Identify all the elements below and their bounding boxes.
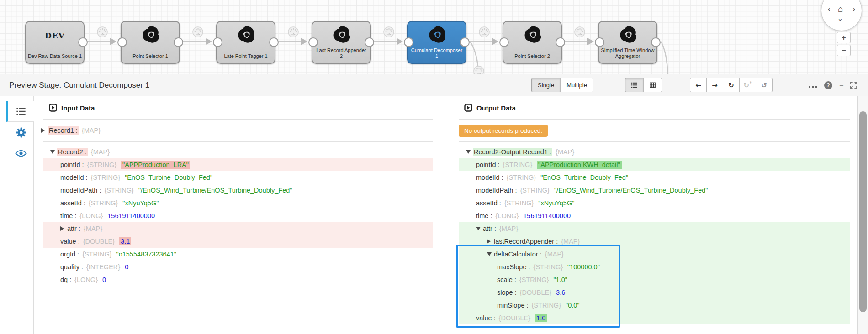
field-row-value[interactable]: value {DOUBLE} 3.1	[43, 235, 433, 248]
refresh-preview-button[interactable]: ↻*	[739, 78, 756, 92]
field-row-quality[interactable]: quality {INTEGER} 0	[43, 261, 433, 273]
collapse-icon[interactable]	[50, 150, 57, 154]
revert-changes-button[interactable]: ↺	[756, 78, 773, 92]
maximize-icon[interactable]	[850, 82, 857, 89]
next-stage-button[interactable]: →	[706, 78, 723, 92]
vertical-scrollbar[interactable]	[857, 96, 868, 334]
field-row-maxslope[interactable]: maxSlope {STRING} "100000.0"	[459, 261, 850, 273]
sidebar-item-records[interactable]	[6, 101, 34, 122]
field-row-deltacalculator[interactable]: deltaCalculator {MAP}	[459, 248, 850, 261]
record-type: {MAP}	[82, 127, 101, 134]
table-view-button[interactable]	[643, 78, 662, 92]
node-type-badge: DEV	[26, 31, 84, 40]
previous-stage-button[interactable]: ←	[690, 78, 707, 92]
expand-icon[interactable]	[487, 239, 494, 244]
field-row-minslope[interactable]: minSlope {STRING} "0.0"	[459, 299, 850, 312]
collapse-icon[interactable]	[476, 227, 483, 230]
list-view-button[interactable]	[625, 78, 644, 92]
field-row-modelidpath[interactable]: modelIdPath {STRING} "/EnOS_Wind_Turbine…	[459, 184, 850, 197]
pipeline-node-last-record-appender-2[interactable]: Last Record Appender 2	[312, 21, 371, 64]
field-row-attr[interactable]: attr {MAP}	[43, 222, 433, 235]
field-name: lastRecordAppender	[494, 238, 558, 245]
field-row-time[interactable]: time {LONG} 1561911400000	[43, 209, 433, 222]
field-row-dq[interactable]: dq {LONG} 0	[43, 273, 433, 286]
stage-swirl-icon	[332, 25, 352, 45]
preview-stage-title: Preview Stage: Cumulant Decomposer 1	[9, 74, 149, 96]
field-row-modelid[interactable]: modelId {STRING} "EnOS_Turbine_Doubly_Fe…	[459, 171, 850, 184]
pipeline-node-point-selector-2[interactable]: Point Selector 2	[503, 21, 562, 64]
sidebar-item-watch[interactable]	[6, 143, 34, 164]
field-row-pointid[interactable]: pointId {STRING} "APPProduction_LRA"	[43, 158, 433, 171]
view-mode-toggle	[625, 78, 662, 92]
table-view-icon	[650, 82, 656, 89]
stage-swirl-icon	[428, 25, 448, 45]
field-row-assetid[interactable]: assetId {STRING} "xNyuYq5G"	[43, 197, 433, 209]
expand-icon[interactable]	[41, 128, 48, 133]
zoom-out-button[interactable]: −	[837, 45, 851, 56]
field-row-lastrecordappender[interactable]: lastRecordAppender {MAP}	[459, 235, 850, 248]
field-name: attr	[67, 225, 80, 232]
field-type: {DOUBLE}	[83, 238, 115, 245]
field-row-orgid[interactable]: orgId {STRING} "o15554837323641"	[43, 248, 433, 261]
field-value: 1561911400000	[523, 212, 571, 219]
pan-left-icon[interactable]: ‹	[828, 5, 830, 13]
field-type: {DOUBLE}	[520, 289, 551, 296]
input-data-header: Input Data	[34, 96, 440, 119]
field-row-attr[interactable]: attr {MAP}	[459, 222, 850, 235]
field-row-slope[interactable]: slope {DOUBLE} 3.6	[459, 286, 850, 299]
field-row-time[interactable]: time {LONG} 1561911400000	[459, 209, 850, 222]
canvas-zoom-control[interactable]: + −	[837, 32, 851, 56]
field-value: "EnOS_Turbine_Doubly_Fed"	[125, 174, 212, 181]
single-mode-button[interactable]: Single	[531, 78, 561, 92]
pipeline-node-simplified-time-window-aggregator[interactable]: Simplified Time Window Aggregator	[598, 21, 657, 64]
field-name: assetId	[60, 199, 85, 207]
field-name: pointId	[476, 161, 500, 168]
field-row-scale[interactable]: scale {STRING} "1.0"	[459, 273, 850, 286]
field-name: value	[60, 238, 80, 245]
field-type: {MAP}	[561, 238, 580, 245]
field-row-modelid[interactable]: modelId {STRING} "EnOS_Turbine_Doubly_Fe…	[43, 171, 433, 184]
field-value: 1561911400000	[107, 212, 155, 219]
record-row[interactable]: Record1 {MAP}	[34, 124, 440, 137]
pipeline-node-dev-raw-data-source[interactable]: DEV Dev Raw Data Source 1	[25, 21, 85, 64]
field-value: "o15554837323641"	[116, 250, 176, 258]
collapse-icon[interactable]	[487, 252, 494, 256]
pan-right-icon[interactable]: ›	[853, 5, 855, 13]
field-row-value[interactable]: value {DOUBLE} 1.0	[459, 312, 850, 324]
rerun-preview-button[interactable]: ↻	[723, 78, 740, 92]
multiple-mode-button[interactable]: Multiple	[560, 78, 593, 92]
field-name: modelIdPath	[60, 187, 101, 194]
home-icon[interactable]: ⌂	[838, 4, 843, 14]
zoom-in-button[interactable]: +	[837, 32, 851, 43]
field-name: modelId	[60, 174, 88, 181]
input-record-tree: Record2 {MAP} pointId {STRING} "APPProdu…	[43, 142, 433, 286]
field-row-modelidpath[interactable]: modelIdPath {STRING} "/EnOS_Wind_Turbine…	[43, 184, 433, 197]
back-arrow-icon: ←	[695, 81, 701, 89]
scrollbar-thumb[interactable]	[859, 111, 867, 312]
record1-section: Record1 {MAP}	[34, 120, 440, 141]
record-row[interactable]: Record2 {MAP}	[43, 146, 433, 158]
record-row[interactable]: Record2-Output Record1 {MAP}	[459, 146, 850, 158]
pipeline-node-point-selector-1[interactable]: Point Selector 1	[121, 21, 180, 64]
pipeline-node-cumulant-decomposer-1[interactable]: Cumulant Decomposer 1	[407, 21, 466, 64]
pipeline-node-late-point-tagger-1[interactable]: Late Point Tagger 1	[216, 21, 275, 64]
field-value: "EnOS_Turbine_Doubly_Fed"	[540, 174, 628, 181]
field-row-assetid[interactable]: assetId {STRING} "xNyuYq5G"	[459, 197, 850, 209]
field-name: scale	[497, 276, 516, 283]
field-row-pointid[interactable]: pointId {STRING} "APProduction.KWH_detai…	[459, 158, 850, 171]
field-name: slope	[497, 289, 517, 296]
pan-down-icon[interactable]: ›	[837, 19, 845, 21]
field-value: 0	[102, 276, 106, 283]
play-icon	[49, 104, 57, 112]
field-name: quality	[60, 263, 83, 271]
field-name: assetId	[476, 199, 501, 207]
expand-icon[interactable]	[60, 226, 67, 231]
help-icon[interactable]: ?	[824, 81, 832, 89]
field-type: {STRING}	[534, 263, 563, 271]
more-options-icon[interactable]	[808, 81, 817, 89]
sidebar-item-configuration[interactable]	[6, 122, 34, 143]
minimize-icon[interactable]: −	[839, 81, 843, 89]
output-data-header: Output Data	[450, 96, 857, 119]
pipeline-canvas[interactable]: DEV Dev Raw Data Source 1 Point Selector…	[0, 0, 868, 74]
collapse-icon[interactable]	[466, 150, 473, 154]
